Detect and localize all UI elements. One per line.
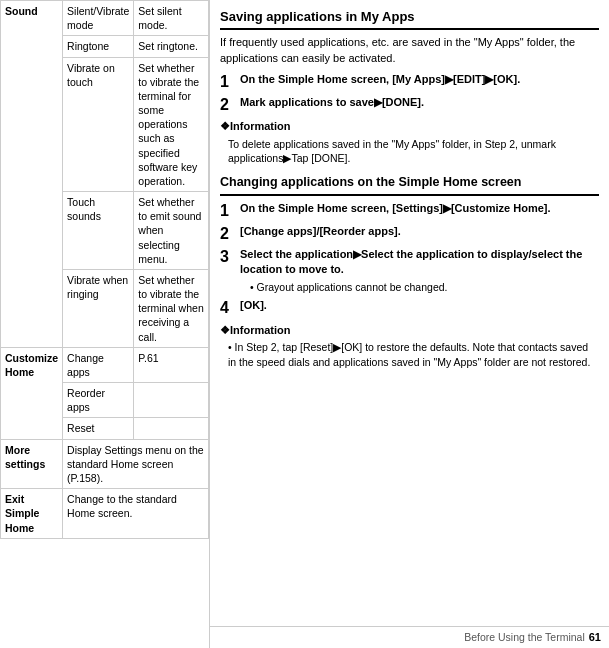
s2-step-1-text: On the Simple Home screen, [Settings]▶[C… [240, 201, 599, 216]
s2-step-2-num: 2 [220, 224, 240, 243]
table-item: Reset [63, 418, 134, 439]
s2-step-2-text: [Change apps]/[Reorder apps]. [240, 224, 599, 239]
table-row: More settingsDisplay Settings menu on th… [1, 439, 209, 489]
s2-step-1-row: 1 On the Simple Home screen, [Settings]▶… [220, 201, 599, 220]
step-2-num: 2 [220, 95, 240, 114]
table-category: Customize Home [1, 347, 63, 439]
table-desc: Change to the standard Home screen. [63, 489, 209, 539]
table-category: More settings [1, 439, 63, 489]
table-item: Silent/Vibrate mode [63, 1, 134, 36]
table-item: Vibrate on touch [63, 57, 134, 192]
footer-bar: Before Using the Terminal 61 [210, 626, 609, 648]
table-desc: Set silent mode. [134, 1, 209, 36]
section2-title: Changing applications on the Simple Home… [220, 174, 599, 196]
footer-page: 61 [589, 630, 601, 645]
step-2-text: Mark applications to save▶[DONE]. [240, 95, 599, 110]
table-desc: Set whether to vibrate the terminal when… [134, 269, 209, 347]
section2-info-title: ❖Information [220, 323, 599, 338]
s2-step-2-row: 2 [Change apps]/[Reorder apps]. [220, 224, 599, 243]
step-1-text: On the Simple Home screen, [My Apps]▶[ED… [240, 72, 599, 87]
table-item: Vibrate when ringing [63, 269, 134, 347]
left-panel: SoundSilent/Vibrate modeSet silent mode.… [0, 0, 210, 648]
table-desc: Display Settings menu on the standard Ho… [63, 439, 209, 489]
table-item: Touch sounds [63, 192, 134, 270]
section1-info-bullet: To delete applications saved in the "My … [220, 137, 599, 166]
settings-table: SoundSilent/Vibrate modeSet silent mode.… [0, 0, 209, 539]
s2-step-1-num: 1 [220, 201, 240, 220]
table-desc [134, 418, 209, 439]
table-category: Sound [1, 1, 63, 348]
table-item: Change apps [63, 347, 134, 382]
table-row: Exit Simple HomeChange to the standard H… [1, 489, 209, 539]
step-2-row: 2 Mark applications to save▶[DONE]. [220, 95, 599, 114]
section1-title: Saving applications in My Apps [220, 8, 599, 30]
table-row: Customize HomeChange appsP.61 [1, 347, 209, 382]
step-1-num: 1 [220, 72, 240, 91]
right-panel: Saving applications in My Apps If freque… [210, 0, 609, 648]
step-1-row: 1 On the Simple Home screen, [My Apps]▶[… [220, 72, 599, 91]
s2-step-3-num: 3 [220, 247, 240, 266]
table-desc: P.61 [134, 347, 209, 382]
section1-info-title: ❖Information [220, 119, 599, 134]
s2-step-3-row: 3 Select the application▶Select the appl… [220, 247, 599, 294]
table-item: Reorder apps [63, 383, 134, 418]
s2-step-4-text: [OK]. [240, 298, 599, 313]
s2-step-3-wrapper: Select the application▶Select the applic… [240, 247, 599, 294]
s2-step-4-row: 4 [OK]. [220, 298, 599, 317]
s2-step-3-bullet: • Grayout applications cannot be changed… [240, 280, 599, 295]
table-desc [134, 383, 209, 418]
s2-step-4-num: 4 [220, 298, 240, 317]
section2-info-bullet: • In Step 2, tap [Reset]▶[OK] to restore… [220, 340, 599, 369]
table-category: Exit Simple Home [1, 489, 63, 539]
table-desc: Set whether to vibrate the terminal for … [134, 57, 209, 192]
table-desc: Set whether to emit sound when selecting… [134, 192, 209, 270]
table-item: Ringtone [63, 36, 134, 57]
table-row: SoundSilent/Vibrate modeSet silent mode. [1, 1, 209, 36]
footer-label: Before Using the Terminal [464, 630, 585, 645]
s2-step-3-text: Select the application▶Select the applic… [240, 247, 599, 278]
section1-info: ❖Information To delete applications save… [220, 119, 599, 166]
section2-info: ❖Information • In Step 2, tap [Reset]▶[O… [220, 323, 599, 370]
section1-intro: If frequently used applications, etc. ar… [220, 35, 599, 66]
table-desc: Set ringtone. [134, 36, 209, 57]
